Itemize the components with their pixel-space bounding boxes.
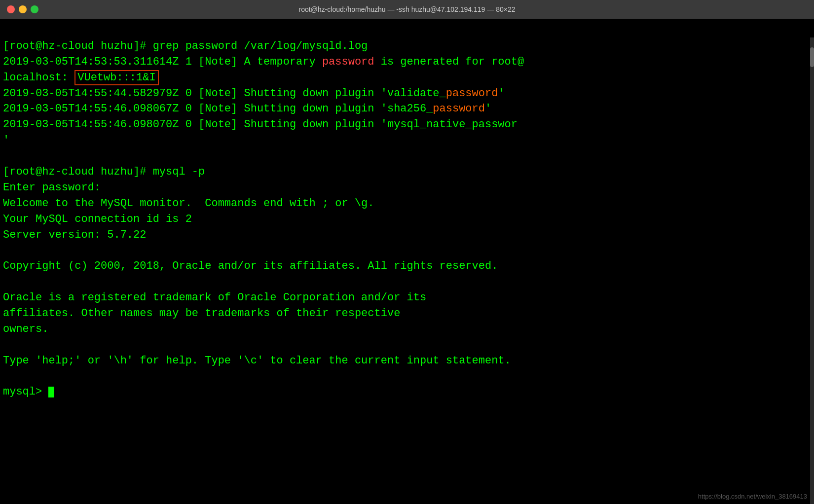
line-17: Type 'help;' or '\h' for help. Type '\c'… — [3, 355, 511, 367]
scrollbar[interactable] — [810, 37, 814, 504]
terminal-content: [root@hz-cloud huzhu]# grep password /va… — [3, 23, 811, 416]
line-1: [root@hz-cloud huzhu]# grep password /va… — [3, 40, 368, 52]
line-10: Welcome to the MySQL monitor. Commands e… — [3, 197, 374, 210]
line-16: owners. — [3, 323, 48, 335]
line-8: [root@hz-cloud huzhu]# mysql -p — [3, 166, 205, 178]
terminal-window: root@hz-cloud:/home/huzhu — -ssh huzhu@4… — [0, 0, 814, 504]
line-12: Server version: 5.7.22 — [3, 229, 146, 241]
maximize-button[interactable] — [31, 5, 38, 13]
window-title: root@hz-cloud:/home/huzhu — -ssh huzhu@4… — [299, 5, 516, 13]
title-bar: root@hz-cloud:/home/huzhu — -ssh huzhu@4… — [0, 0, 814, 19]
window-controls — [7, 5, 38, 13]
line-6: 2019-03-05T14:55:46.098070Z 0 [Note] Shu… — [3, 118, 518, 131]
close-button[interactable] — [7, 5, 15, 13]
line-3: localhost: VUetwb:::1&I — [3, 70, 159, 85]
line-15: affiliates. Other names may be trademark… — [3, 307, 400, 320]
line-7: ' — [3, 134, 9, 146]
line-13: Copyright (c) 2000, 2018, Oracle and/or … — [3, 260, 498, 272]
password-box: VUetwb:::1&I — [74, 70, 158, 85]
minimize-button[interactable] — [19, 5, 27, 13]
scrollbar-thumb[interactable] — [810, 47, 814, 67]
cursor — [48, 387, 54, 397]
line-11: Your MySQL connection id is 2 — [3, 213, 192, 225]
terminal-body[interactable]: [root@hz-cloud huzhu]# grep password /va… — [0, 19, 814, 504]
line-2: 2019-03-05T14:53:53.311614Z 1 [Note] A t… — [3, 56, 524, 68]
line-5: 2019-03-05T14:55:46.098067Z 0 [Note] Shu… — [3, 103, 491, 115]
line-9: Enter password: — [3, 181, 101, 194]
watermark: https://blog.csdn.net/weixin_38169413 — [698, 493, 807, 500]
line-prompt: mysql> — [3, 386, 54, 398]
line-4: 2019-03-05T14:55:44.582979Z 0 [Note] Shu… — [3, 87, 505, 100]
line-14: Oracle is a registered trademark of Orac… — [3, 291, 426, 304]
